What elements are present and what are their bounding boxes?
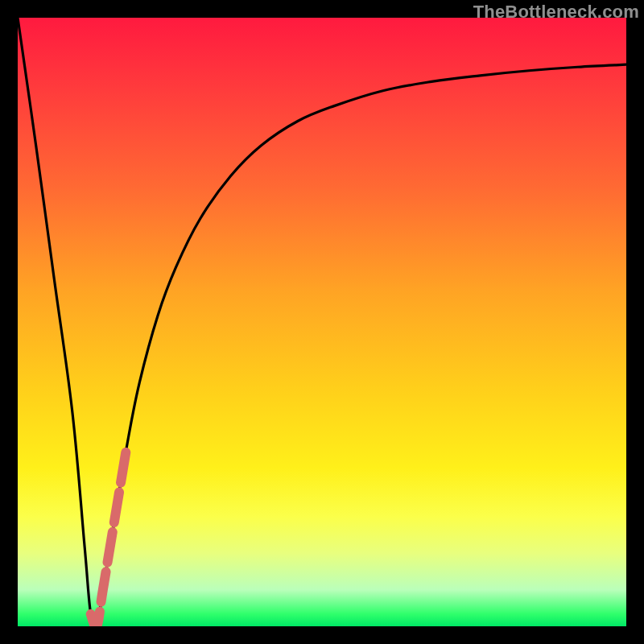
chart-svg — [18, 18, 626, 626]
chart-frame: TheBottleneck.com — [0, 0, 644, 644]
chart-plot-area — [18, 18, 626, 626]
watermark-text: TheBottleneck.com — [473, 2, 639, 23]
highlight-marker — [91, 444, 127, 626]
